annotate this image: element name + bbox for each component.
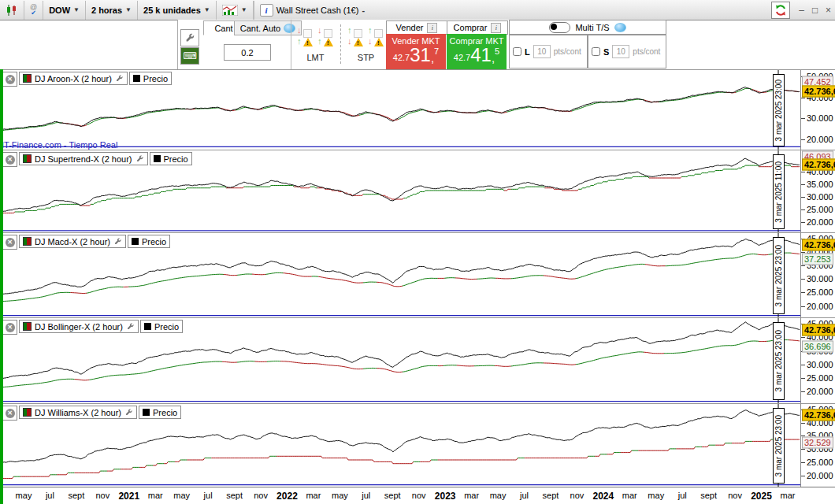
indicator-name-box[interactable]: DJ Williams-X (2 hour): [19, 406, 137, 419]
wrench-icon[interactable]: [113, 237, 122, 246]
close-panel-button[interactable]: ✕: [2, 235, 17, 250]
time-tick-label: mar: [464, 491, 479, 500]
chart-style-dropdown[interactable]: ▼: [217, 1, 254, 20]
main-toolbar: @✔ DOW ▼ 2 horas ▼ 25 k unidades ▼ ▼ i W…: [0, 0, 835, 20]
axis-tick-label: 30.000: [807, 113, 833, 123]
wrench-icon[interactable]: [126, 322, 135, 331]
time-tick-label: jul: [204, 491, 213, 500]
price-tag-yellow: 42.736,6: [802, 86, 835, 98]
time-tick-label: 2024: [593, 491, 614, 502]
price-axis[interactable]: 45.00040.00035.00030.00025.00020.00042.7…: [800, 404, 835, 487]
alert-check-icon: @✔: [30, 4, 37, 17]
indicator-name-box[interactable]: DJ Aroon-X (2 hour): [19, 72, 128, 85]
info-icon[interactable]: i: [427, 23, 437, 33]
square-icon: [354, 29, 362, 38]
help-bubble-icon: [614, 23, 626, 32]
time-tick-label: jul: [362, 491, 370, 500]
time-tick-label: jul: [520, 491, 529, 500]
chevron-down-icon: ▼: [241, 6, 247, 13]
axis-tick-label: 30.000: [807, 192, 833, 202]
chart-style-icon: [222, 5, 238, 16]
legend-precio[interactable]: Precio: [140, 320, 183, 333]
time-tick-label: may: [16, 491, 32, 500]
alerts-button[interactable]: @✔: [24, 1, 43, 20]
price-tag-yellow: 42.736,6: [802, 159, 835, 171]
indicator-name-box[interactable]: DJ Supertrend-X (2 hour): [19, 152, 148, 165]
tab-cant-auto[interactable]: Cant. Auto: [234, 20, 302, 35]
wrench-icon[interactable]: [115, 74, 124, 83]
timeframe-dropdown[interactable]: 2 horas ▼: [86, 1, 138, 20]
time-tick-label: 2023: [435, 491, 456, 502]
close-panel-button[interactable]: ✕: [2, 406, 17, 421]
series-color-icon: [154, 155, 161, 162]
quantity-input[interactable]: [224, 44, 271, 61]
close-icon: ✕: [6, 155, 15, 165]
close-panel-button[interactable]: ✕: [2, 152, 17, 167]
multi-ts-toggle[interactable]: [549, 22, 570, 33]
indicator-name-box[interactable]: DJ Macd-X (2 hour): [19, 235, 126, 248]
lmt-group[interactable]: ↓ ↑ ! ↓ ↑ ! LMT: [293, 20, 338, 69]
close-icon: ✕: [6, 409, 15, 418]
price-tag-green: 37.253: [802, 254, 833, 265]
instrument-menu-dash[interactable]: -: [362, 6, 365, 15]
stp-group[interactable]: ↑ ↓ ! ↑ ↓ ! STP: [343, 20, 388, 69]
series-color-icon: [144, 323, 151, 330]
order-settings-button[interactable]: [180, 29, 199, 46]
time-tick-label: may: [490, 491, 507, 500]
time-tick-label: sept: [226, 491, 243, 500]
sell-market-button[interactable]: Vender MKT 42.731,7: [386, 34, 446, 69]
arrow-up-icon: ↑: [368, 25, 373, 35]
marker-date-label: 3 mar 2025 23:00: [774, 330, 783, 391]
time-axis[interactable]: mayjulseptnov2021marmayjulseptnov2022mar…: [0, 487, 835, 504]
time-tick-label: 2025: [751, 491, 772, 502]
last-bar-marker: 3 mar 2025 11:00: [773, 154, 785, 229]
minimize-button[interactable]: –: [795, 3, 808, 17]
symbol-dropdown[interactable]: DOW ▼: [43, 1, 86, 20]
indicator-icon: [23, 237, 32, 246]
price-axis[interactable]: 50.00040.00030.00020.00047.45242.736,6: [800, 70, 835, 150]
long-label: L: [525, 47, 530, 57]
close-panel-button[interactable]: ✕: [2, 72, 17, 87]
legend-precio[interactable]: Precio: [129, 72, 172, 85]
buy-market-button[interactable]: Comprar MKT 42.741,5: [447, 34, 507, 69]
indicator-panel: ✕ DJ Williams-X (2 hour) Precio 3 mar 20…: [0, 403, 835, 487]
legend-precio[interactable]: Precio: [128, 235, 170, 248]
maximize-button[interactable]: □: [808, 3, 822, 17]
indicator-name-box[interactable]: DJ Bollinger-X (2 hour): [19, 320, 139, 333]
instrument-title: Wall Street Cash (1€): [276, 6, 359, 15]
indicator-icon: [23, 408, 32, 417]
legend-precio[interactable]: Precio: [150, 152, 192, 165]
close-panel-button[interactable]: ✕: [2, 320, 17, 335]
price-tag-green: 36.696: [802, 340, 833, 352]
candlestick-view-button[interactable]: [0, 1, 24, 20]
close-icon: ✕: [6, 238, 15, 247]
close-window-button[interactable]: ×: [822, 3, 835, 17]
price-axis[interactable]: 40.00035.00030.00025.00020.00046.09342.7…: [800, 150, 835, 232]
long-points-input[interactable]: [533, 45, 551, 58]
info-icon[interactable]: i: [260, 4, 273, 17]
marker-date-label: 3 mar 2025 23:00: [774, 415, 783, 476]
keyboard-order-button[interactable]: ⌨: [180, 47, 199, 65]
trading-widget: ⌨ Cant Cant. Auto ↓ ↑ ! ↓ ↑ ! LMT ↑ ↓: [177, 20, 666, 69]
price-axis[interactable]: 45.00040.00035.00030.00025.00020.00042.7…: [800, 233, 835, 317]
symbol-label: DOW: [49, 6, 70, 15]
long-unit-label: pts/cont: [554, 47, 581, 56]
multi-ts-label: Multi T/S: [575, 23, 609, 32]
wrench-icon[interactable]: [124, 408, 133, 417]
time-tick-label: mar: [781, 491, 796, 500]
square-icon: [324, 29, 332, 38]
units-dropdown[interactable]: 25 k unidades ▼: [138, 1, 217, 20]
short-points-input[interactable]: [612, 45, 629, 58]
long-checkbox[interactable]: [513, 47, 521, 56]
chevron-down-icon: ▼: [73, 6, 80, 13]
legend-precio[interactable]: Precio: [139, 406, 181, 419]
info-icon[interactable]: i: [491, 23, 501, 33]
last-bar-marker: 3 mar 2025 23:00: [773, 237, 785, 314]
short-checkbox[interactable]: [592, 47, 600, 56]
wrench-icon[interactable]: [135, 154, 144, 163]
refresh-button[interactable]: [771, 2, 790, 19]
price-axis[interactable]: 45.00040.00035.00030.00025.00020.00042.7…: [800, 318, 835, 403]
timeframe-label: 2 horas: [91, 6, 122, 15]
axis-tick-label: 20.000: [807, 302, 833, 311]
axis-tick-label: 20.000: [807, 387, 833, 396]
